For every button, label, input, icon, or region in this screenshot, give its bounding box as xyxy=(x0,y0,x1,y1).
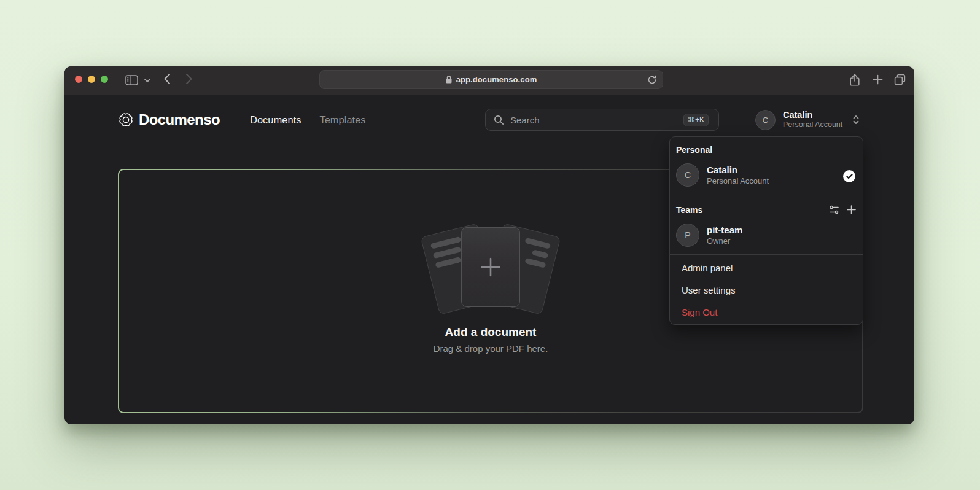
personal-avatar: C xyxy=(676,163,699,187)
account-dropdown-menu: Personal C Catalin Personal Account Team… xyxy=(669,136,863,325)
search-placeholder: Search xyxy=(510,115,540,125)
personal-description: Personal Account xyxy=(707,176,769,186)
browser-titlebar: app.documenso.com xyxy=(64,66,914,95)
lock-icon xyxy=(446,76,452,84)
tab-overview-icon[interactable] xyxy=(894,74,906,85)
brand-name: Documenso xyxy=(139,111,220,128)
documenso-logo-icon xyxy=(119,112,133,127)
account-menu-button[interactable]: C Catalin Personal Account xyxy=(755,110,860,130)
menu-item-user-settings[interactable]: User settings xyxy=(682,285,736,295)
documents-illustration xyxy=(423,222,558,312)
team-avatar: P xyxy=(676,224,699,247)
brand[interactable]: Documenso xyxy=(119,111,220,128)
add-document-card xyxy=(461,227,520,307)
menu-team-item[interactable]: P pit-team Owner xyxy=(676,224,742,247)
chevrons-up-down-icon xyxy=(852,115,860,125)
menu-divider xyxy=(670,254,863,255)
nav-templates[interactable]: Templates xyxy=(319,114,365,126)
add-team-icon[interactable] xyxy=(847,205,856,214)
team-role: Owner xyxy=(707,236,742,246)
chevron-down-icon[interactable] xyxy=(144,78,151,83)
sidebar-toggle-icon[interactable] xyxy=(125,75,138,85)
address-bar[interactable]: app.documenso.com xyxy=(319,70,663,89)
back-button-icon[interactable] xyxy=(163,73,171,85)
titlebar-separator xyxy=(141,75,141,87)
search-input[interactable]: Search ⌘+K xyxy=(485,109,719,131)
menu-teams-label: Teams xyxy=(676,205,702,215)
manage-teams-icon[interactable] xyxy=(830,205,839,214)
close-button[interactable] xyxy=(75,76,82,83)
url-text: app.documenso.com xyxy=(456,75,537,84)
plus-icon xyxy=(480,257,501,278)
dropzone-subtitle: Drag & drop your PDF here. xyxy=(434,343,548,354)
account-avatar: C xyxy=(755,110,776,130)
personal-name: Catalin xyxy=(707,165,769,176)
account-name: Catalin xyxy=(783,110,842,120)
window-controls xyxy=(75,76,108,83)
browser-window: app.documenso.com xyxy=(64,66,914,424)
selected-check-icon xyxy=(843,170,855,182)
search-shortcut-badge: ⌘+K xyxy=(683,114,709,126)
menu-divider xyxy=(670,196,863,196)
dropzone-title: Add a document xyxy=(445,325,537,339)
menu-item-admin-panel[interactable]: Admin panel xyxy=(682,263,733,273)
minimize-button[interactable] xyxy=(88,76,95,83)
nav-documents[interactable]: Documents xyxy=(250,114,301,126)
share-icon[interactable] xyxy=(850,74,860,87)
maximize-button[interactable] xyxy=(101,76,108,83)
menu-personal-label: Personal xyxy=(676,145,712,155)
search-icon xyxy=(494,115,504,125)
account-type: Personal Account xyxy=(783,120,842,130)
menu-personal-account-item[interactable]: C Catalin Personal Account xyxy=(676,163,769,187)
team-name: pit-team xyxy=(707,225,742,236)
reload-icon[interactable] xyxy=(647,75,657,85)
main-nav: Documents Templates xyxy=(250,114,366,126)
new-tab-icon[interactable] xyxy=(873,74,883,85)
forward-button-icon[interactable] xyxy=(185,73,193,85)
menu-item-sign-out[interactable]: Sign Out xyxy=(682,307,717,317)
